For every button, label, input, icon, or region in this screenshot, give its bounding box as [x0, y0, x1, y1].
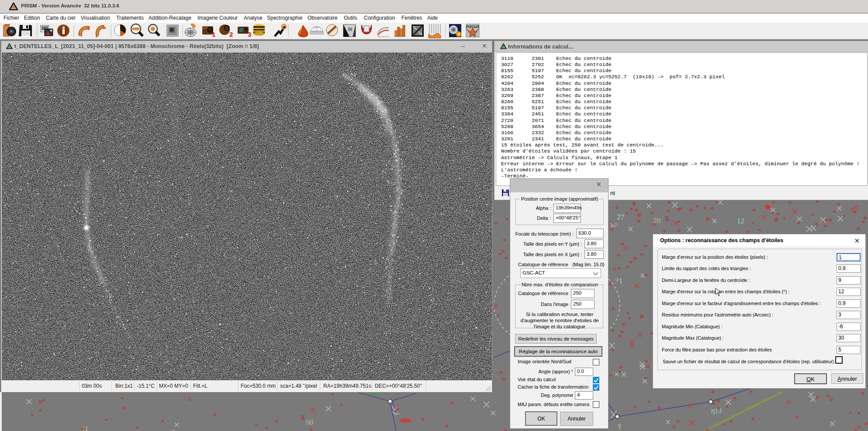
- svg-text:ρ: ρ: [615, 220, 618, 227]
- svg-text:3: 3: [248, 31, 251, 38]
- svg-text:12: 12: [737, 217, 744, 225]
- svg-text:2: 2: [229, 31, 233, 38]
- svg-text:90: 90: [306, 418, 313, 427]
- svg-text:27: 27: [617, 213, 625, 221]
- svg-text:γ: γ: [618, 421, 621, 429]
- svg-text:31: 31: [615, 277, 622, 285]
- svg-text:φ: φ: [171, 428, 175, 431]
- svg-text:η13: η13: [711, 407, 722, 415]
- svg-text:1: 1: [212, 31, 215, 38]
- svg-text:11: 11: [81, 424, 88, 431]
